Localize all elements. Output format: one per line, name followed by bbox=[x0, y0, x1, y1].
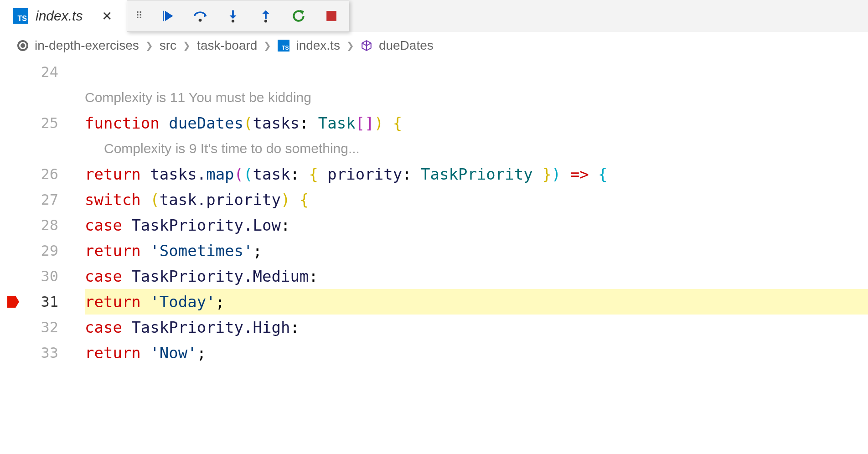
tab-title: index.ts bbox=[36, 8, 83, 24]
line-number: 28 bbox=[41, 212, 58, 238]
codelens-hint[interactable]: Complexity is 11 You must be kidding bbox=[85, 85, 868, 110]
line-number: 31 bbox=[41, 289, 58, 315]
svg-point-0 bbox=[199, 19, 202, 22]
code-line[interactable]: return tasks.map((task: { priority: Task… bbox=[85, 161, 868, 187]
target-icon bbox=[17, 40, 28, 51]
gutter: 24 25 26 27 28 29 30 31 32 33 bbox=[0, 59, 85, 366]
breadcrumb-item[interactable]: index.ts bbox=[296, 38, 340, 53]
svg-point-2 bbox=[264, 20, 267, 22]
svg-rect-3 bbox=[326, 11, 336, 21]
chevron-right-icon: ❯ bbox=[145, 40, 153, 51]
code-line[interactable]: return 'Now'; bbox=[85, 340, 868, 366]
code-line[interactable]: case TaskPriority.High: bbox=[85, 315, 868, 340]
breakpoint-icon[interactable] bbox=[7, 296, 19, 308]
breadcrumb: in-depth-exercises ❯ src ❯ task-board ❯ … bbox=[0, 32, 868, 59]
code-line[interactable] bbox=[85, 59, 868, 85]
code-editor[interactable]: 24 25 26 27 28 29 30 31 32 33 Complexity… bbox=[0, 59, 868, 366]
close-icon[interactable]: ✕ bbox=[99, 6, 115, 26]
code-line[interactable]: return 'Sometimes'; bbox=[85, 238, 868, 263]
stop-button[interactable] bbox=[322, 7, 341, 25]
chevron-right-icon: ❯ bbox=[183, 40, 191, 51]
restart-button[interactable] bbox=[289, 7, 308, 25]
tab-bar: TS index.ts ✕ ⠿ bbox=[0, 0, 868, 32]
code-content[interactable]: Complexity is 11 You must be kidding fun… bbox=[85, 59, 868, 366]
line-number: 33 bbox=[41, 340, 58, 366]
line-number: 30 bbox=[41, 263, 58, 289]
breadcrumb-item[interactable]: in-depth-exercises bbox=[35, 38, 139, 53]
debug-toolbar: ⠿ bbox=[127, 0, 349, 32]
breadcrumb-item[interactable]: task-board bbox=[197, 38, 257, 53]
line-number: 27 bbox=[41, 187, 58, 212]
line-number: 24 bbox=[41, 59, 58, 85]
line-number: 26 bbox=[41, 161, 58, 187]
breadcrumb-item[interactable]: src bbox=[160, 38, 176, 53]
line-number: 32 bbox=[41, 315, 58, 340]
drag-handle-icon[interactable]: ⠿ bbox=[135, 14, 144, 18]
code-line[interactable]: case TaskPriority.Medium: bbox=[85, 263, 868, 289]
code-line[interactable]: switch (task.priority) { bbox=[85, 187, 868, 212]
step-out-button[interactable] bbox=[257, 7, 275, 25]
symbol-icon bbox=[361, 40, 372, 52]
code-line[interactable]: function dueDates(tasks: Task[]) { bbox=[85, 110, 868, 136]
breadcrumb-item[interactable]: dueDates bbox=[379, 38, 434, 53]
line-number: 29 bbox=[41, 238, 58, 263]
code-line[interactable]: case TaskPriority.Low: bbox=[85, 212, 868, 238]
editor-tab[interactable]: TS index.ts ✕ bbox=[0, 0, 129, 32]
step-into-button[interactable] bbox=[224, 7, 242, 25]
line-number: 25 bbox=[41, 110, 58, 136]
code-line-current[interactable]: return 'Today'; bbox=[85, 289, 868, 315]
chevron-right-icon: ❯ bbox=[346, 40, 354, 51]
step-over-button[interactable] bbox=[191, 7, 209, 25]
continue-button[interactable] bbox=[158, 7, 176, 25]
svg-point-1 bbox=[232, 20, 234, 22]
codelens-hint[interactable]: Complexity is 9 It's time to do somethin… bbox=[85, 136, 868, 161]
chevron-right-icon: ❯ bbox=[264, 40, 271, 51]
typescript-icon: TS bbox=[278, 40, 289, 52]
typescript-icon: TS bbox=[13, 8, 28, 24]
